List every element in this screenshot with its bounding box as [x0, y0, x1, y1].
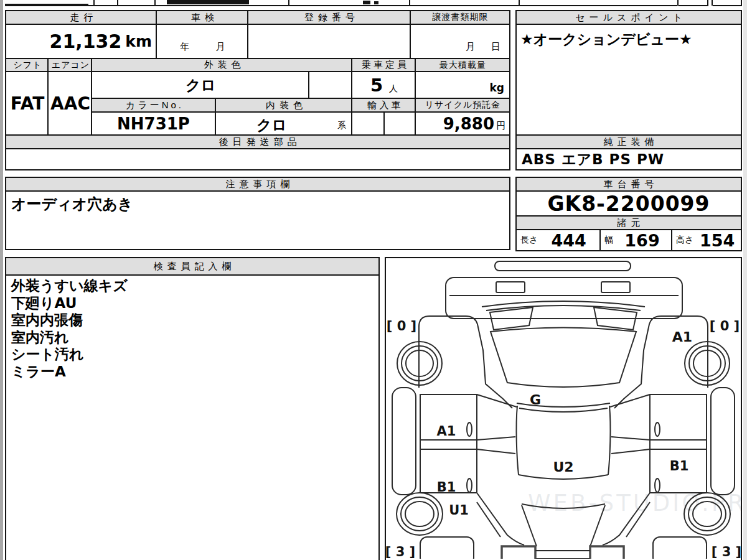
spec-length-cell: 長さ 444	[515, 229, 601, 251]
rear-bumper-corner-right	[653, 537, 707, 559]
sales-point-header: セールスポイント	[515, 10, 742, 25]
interior-color-suffix: 系	[337, 120, 346, 131]
deadline-day-label: 日	[491, 41, 500, 53]
sill-left	[392, 388, 416, 495]
inspector-line: 外装うすい線キズ	[11, 278, 374, 295]
front-bumper-panel	[446, 278, 682, 319]
notes-header: 注意事項欄	[5, 177, 510, 192]
later-parts-value	[5, 148, 510, 170]
aircon-value: AAC	[47, 71, 93, 136]
capacity-number: 5	[370, 76, 383, 95]
doors-left	[420, 394, 477, 493]
zone-rear-left-label: [ 3 ]	[386, 544, 415, 559]
rear-deck-right	[590, 546, 624, 559]
spec-length-value: 444	[538, 231, 599, 250]
import-header: 輸入車	[351, 98, 417, 113]
deadline-value: 月 日	[410, 24, 510, 59]
shift-value: FAT	[5, 71, 50, 136]
rear-bumper-corner-left	[420, 537, 474, 559]
rear-door-right-label: B1	[670, 459, 689, 474]
notes-value: オーディオ穴あき	[5, 190, 510, 250]
rear-wheel-left	[397, 493, 443, 535]
front-garnish-right	[601, 282, 630, 292]
door-handle-rear-left	[467, 478, 472, 492]
payload-header: 最大積載量	[415, 58, 510, 72]
front-bumper-top	[495, 261, 631, 271]
shift-text: FAT	[11, 93, 45, 114]
equipment-value: ABS エアB PS PW	[515, 148, 742, 170]
roof-label: U2	[553, 459, 573, 475]
color-no-text: NH731P	[117, 114, 190, 133]
deadline-header: 譲渡書類期限	[410, 10, 510, 25]
spec-width-label: 幅	[601, 235, 613, 246]
spec-height-cell: 高さ 154	[671, 229, 742, 251]
door-handle-front-left	[467, 422, 472, 436]
capacity-value: 5 人	[351, 71, 417, 99]
shaken-header: 車検	[156, 10, 250, 25]
spec-height-value: 154	[693, 231, 741, 250]
auction-sheet: 走行 車検 登録番号 譲渡書類期限 セールスポイント 21,132 km 年 月…	[0, 0, 747, 560]
sales-point-text: ★オークションデビュー★	[517, 25, 741, 54]
inspector-line: シート汚れ	[11, 346, 374, 363]
zone-front-right-label: [ 0 ]	[710, 319, 740, 334]
chassis-value: GK8-2200099	[515, 190, 742, 217]
equipment-text: ABS エアB PS PW	[517, 150, 664, 169]
mileage-number: 21,132	[50, 30, 122, 52]
aircon-header: エアコン	[47, 58, 93, 72]
watermark-text: WEB-STUDIO.PRO	[528, 490, 741, 516]
exterior-color-header: 外装色	[91, 58, 354, 72]
sales-point-box: ★オークションデビュー★	[515, 24, 742, 136]
scan-right-edge	[743, 0, 747, 560]
spec-width-value: 169	[613, 231, 671, 250]
rear-window	[519, 475, 608, 479]
zone-front-left-label: [ 0 ]	[387, 319, 416, 334]
deadline-month-label: 月	[466, 41, 475, 53]
color-no-value: NH731P	[91, 111, 216, 136]
mileage-unit: km	[125, 32, 152, 50]
shaken-month-label: 月	[216, 41, 225, 53]
car-diagram: WEB-STUDIO.PRO G U2	[386, 258, 741, 559]
inspector-line: 室内汚れ	[11, 329, 374, 347]
inspector-line: 室内内張傷	[11, 312, 374, 329]
shaken-year-label: 年	[181, 41, 190, 53]
later-parts-header: 後日発送部品	[5, 134, 510, 149]
specs-header: 諸元	[515, 215, 742, 230]
front-door-left-label: A1	[437, 424, 456, 439]
equipment-header: 純正装備	[515, 134, 742, 149]
scan-left-edge	[0, 0, 3, 560]
rear-quarter-left-label: U1	[449, 503, 469, 518]
exterior-color-value: クロ	[91, 71, 311, 99]
doors-right	[650, 394, 707, 493]
recycle-header: リサイクル預託金	[415, 98, 510, 113]
import-cell-1	[351, 111, 385, 136]
interior-color-header: 内装色	[215, 98, 354, 113]
rear-deck-left	[502, 546, 535, 559]
exterior-color-text: クロ	[186, 75, 216, 95]
import-cell-2	[383, 111, 417, 136]
shift-header: シフト	[5, 58, 50, 72]
notes-text: オーディオ穴あき	[6, 192, 509, 217]
aircon-text: AAC	[50, 93, 90, 114]
recycle-value: 9,880 円	[415, 111, 510, 136]
inspector-line: ミラーA	[11, 363, 374, 381]
door-handle-front-right	[655, 422, 660, 436]
zone-rear-right-label: [ 3 ]	[712, 544, 741, 559]
color-no-header: カラーNo.	[91, 98, 216, 113]
sill-right	[711, 388, 735, 495]
rear-door-left-label: B1	[437, 480, 456, 495]
spec-length-label: 長さ	[517, 235, 538, 246]
inspector-header: 検査員記入欄	[6, 258, 378, 276]
front-garnish-left	[496, 282, 525, 292]
exterior-color-extra-cell	[308, 71, 354, 99]
inspector-line: 下廻りAU	[11, 295, 374, 312]
shaken-value: 年 月	[156, 24, 250, 59]
interior-color-text: クロ	[216, 115, 327, 135]
inspector-box: 検査員記入欄 外装うすい線キズ 下廻りAU 室内内張傷 室内汚れ シート汚れ ミ…	[5, 257, 380, 560]
registration-header: 登録番号	[247, 10, 412, 25]
front-fender-right-label: A1	[672, 329, 692, 345]
mileage-header: 走行	[5, 10, 158, 25]
mileage-value: 21,132 km	[5, 24, 158, 59]
damage-diagram-box: WEB-STUDIO.PRO G U2	[385, 257, 742, 560]
registration-value	[247, 24, 412, 59]
capacity-unit: 人	[389, 83, 398, 95]
